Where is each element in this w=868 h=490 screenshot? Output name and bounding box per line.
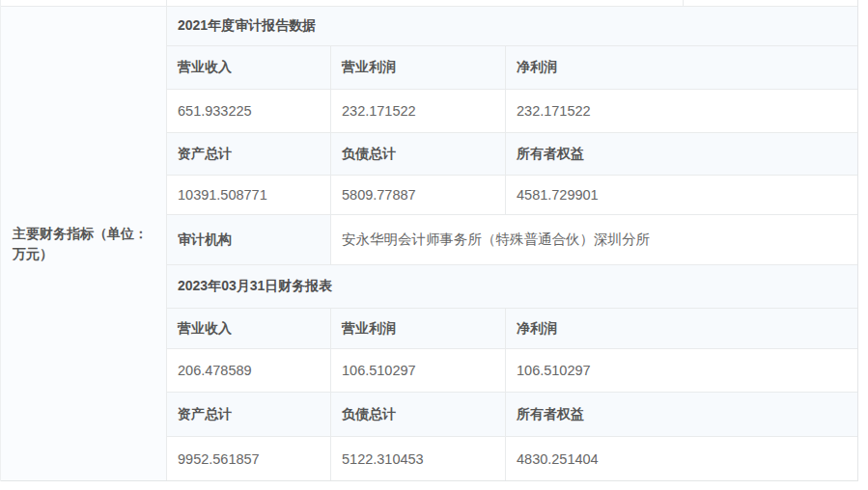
- column-header-cell: 资产总计: [167, 133, 331, 176]
- section-2023: 2023年03月31日财务报表: [167, 265, 857, 309]
- metric-value-cell: 5809.77887: [331, 176, 506, 215]
- remnant-cell: [1, 0, 167, 6]
- metric-value-cell: 9952.561857: [167, 437, 331, 480]
- financial-indicators-row: 主要财务指标（单位：万元） 2021年度审计报告数据 营业收入 营业利润 净利润…: [1, 7, 857, 481]
- metric-value: 10391.508771: [178, 187, 267, 203]
- column-header-cell: 营业利润: [331, 309, 506, 349]
- remnant-cell: [684, 0, 857, 6]
- column-header: 净利润: [517, 320, 557, 338]
- header-row: 营业收入 营业利润 净利润: [167, 309, 857, 349]
- previous-row-remnant: [1, 0, 857, 7]
- section-title: 2021年度审计报告数据: [178, 17, 316, 35]
- metric-value-cell: 651.933225: [167, 90, 331, 133]
- audit-label-cell: 审计机构: [167, 215, 331, 265]
- column-header: 负债总计: [342, 406, 396, 423]
- metric-value: 232.171522: [342, 103, 416, 119]
- metric-value-cell: 232.171522: [506, 90, 857, 133]
- column-header: 营业利润: [342, 59, 396, 76]
- header-row: 营业收入 营业利润 净利润: [167, 46, 857, 90]
- audit-value-cell: 安永华明会计师事务所（特殊普通合伙）深圳分所: [331, 215, 857, 265]
- metric-value-cell: 4581.729901: [506, 176, 857, 215]
- metric-value-cell: 232.171522: [331, 90, 506, 133]
- metric-value-cell: 10391.508771: [167, 176, 331, 215]
- value-row: 9952.561857 5122.310453 4830.251404: [167, 437, 857, 480]
- financial-indicators-table: 主要财务指标（单位：万元） 2021年度审计报告数据 营业收入 营业利润 净利润…: [0, 0, 858, 481]
- column-header-cell: 净利润: [506, 309, 857, 349]
- header-row: 资产总计 负债总计 所有者权益: [167, 393, 857, 437]
- metric-value-cell: 106.510297: [506, 349, 857, 393]
- metric-value: 9952.561857: [178, 451, 260, 467]
- section-2021: 2021年度审计报告数据: [167, 7, 857, 46]
- row-label: 主要财务指标（单位：万元）: [13, 224, 158, 263]
- column-header: 资产总计: [178, 146, 232, 163]
- column-header-cell: 所有者权益: [506, 133, 857, 176]
- metric-value: 206.478589: [178, 363, 252, 378]
- column-header-cell: 营业利润: [331, 46, 506, 90]
- section-title-cell: 2023年03月31日财务报表: [167, 265, 857, 309]
- audit-row: 审计机构 安永华明会计师事务所（特殊普通合伙）深圳分所: [167, 215, 857, 265]
- value-row: 206.478589 106.510297 106.510297: [167, 349, 857, 393]
- column-header: 负债总计: [342, 146, 396, 163]
- remnant-cell: [167, 0, 684, 6]
- column-header-cell: 负债总计: [331, 133, 506, 176]
- column-header-cell: 所有者权益: [506, 393, 857, 437]
- column-header-cell: 资产总计: [167, 393, 331, 437]
- section-title: 2023年03月31日财务报表: [178, 278, 332, 295]
- column-header: 营业收入: [178, 320, 232, 338]
- column-header-cell: 营业收入: [167, 46, 331, 90]
- audit-label: 审计机构: [178, 231, 232, 249]
- audit-value: 安永华明会计师事务所（特殊普通合伙）深圳分所: [342, 231, 650, 249]
- metric-value: 5122.310453: [342, 451, 424, 467]
- column-header: 营业收入: [178, 59, 232, 76]
- metric-value-cell: 5122.310453: [331, 437, 506, 480]
- column-header: 资产总计: [178, 406, 232, 423]
- metric-value: 5809.77887: [342, 187, 416, 203]
- metric-value-cell: 206.478589: [167, 349, 331, 393]
- header-row: 资产总计 负债总计 所有者权益: [167, 133, 857, 176]
- metric-value: 651.933225: [178, 103, 252, 119]
- column-header-cell: 净利润: [506, 46, 857, 90]
- section-title-cell: 2021年度审计报告数据: [167, 7, 857, 46]
- row-label-cell: 主要财务指标（单位：万元）: [1, 7, 167, 480]
- column-header: 所有者权益: [517, 146, 584, 163]
- metric-value: 4830.251404: [517, 451, 599, 467]
- metric-value-cell: 4830.251404: [506, 437, 857, 480]
- metric-value: 106.510297: [342, 363, 416, 378]
- metric-value: 106.510297: [517, 363, 591, 378]
- metric-value: 4581.729901: [517, 187, 599, 203]
- value-row: 10391.508771 5809.77887 4581.729901: [167, 176, 857, 215]
- column-header: 所有者权益: [517, 406, 584, 423]
- value-row: 651.933225 232.171522 232.171522: [167, 90, 857, 133]
- column-header-cell: 营业收入: [167, 309, 331, 349]
- column-header: 营业利润: [342, 320, 396, 338]
- column-header-cell: 负债总计: [331, 393, 506, 437]
- metric-value-cell: 106.510297: [331, 349, 506, 393]
- metric-value: 232.171522: [517, 103, 591, 119]
- financial-data-grid: 2021年度审计报告数据 营业收入 营业利润 净利润 651.933225 23…: [167, 7, 857, 480]
- column-header: 净利润: [517, 59, 557, 76]
